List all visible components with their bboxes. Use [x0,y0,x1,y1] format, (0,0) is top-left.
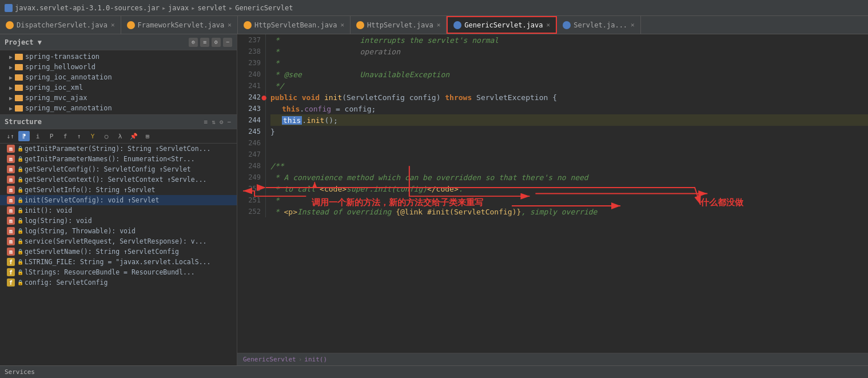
line-num-249: 249 [237,172,265,183]
struct-item-label: config: ServletConfig [25,278,107,287]
struct-item-getServletInfo[interactable]: m 🔒 getServletInfo(): String ↑Servlet [0,185,237,195]
method-badge: m [7,248,15,256]
struct-btn-minimize[interactable]: − [226,118,232,126]
struct-icon-filter[interactable]: i [32,131,43,141]
struct-item-logString[interactable]: m 🔒 log(String): void [0,216,237,226]
tab-dispatcher-servlet[interactable]: DispatcherServlet.java ✕ [0,16,121,34]
field-badge: f [7,278,15,287]
struct-icon-sort-alpha[interactable]: ↓↑ [5,131,16,141]
struct-btn-gear[interactable]: ⚙ [218,118,225,126]
project-btn-minimize[interactable]: − [223,38,232,47]
struct-item-getInitParameter[interactable]: m 🔒 getInitParameter(String): String ↑Se… [0,144,237,154]
project-btn-sort[interactable]: ≡ [200,38,209,47]
struct-item-label: getServletConfig(): ServletConfig ↑Servl… [25,165,191,173]
struct-icon-public[interactable]: P [46,131,57,141]
struct-item-LSTRING_FILE[interactable]: f 🔒 LSTRING_FILE: String = "javax.servle… [0,257,237,267]
struct-icon-circle[interactable]: ○ [101,131,112,141]
struct-icon-yellow[interactable]: Y [87,131,98,141]
code-line-252: * <p>Instead of overriding {@link #init(… [270,206,868,217]
struct-item-config[interactable]: f 🔒 config: ServletConfig [0,277,237,288]
tab-genericservlet[interactable]: GenericServlet.java ✕ [447,16,557,34]
line-num-240: 240 [237,69,265,80]
method-badge: m [7,206,15,214]
tree-item-spring-mvc-ajax[interactable]: ▶ spring_mvc_ajax [0,93,237,103]
line-num-245: 245 [237,126,265,137]
selected-text: this [282,116,302,125]
struct-item-getServletContext[interactable]: m 🔒 getServletContext(): ServletContext … [0,174,237,185]
project-btn-gear[interactable]: ⚙ [212,38,221,47]
tab-httpservletbean[interactable]: HttpServletBean.java ✕ [238,16,351,34]
line-num-244: 244 [237,114,265,126]
path2: servlet [197,4,226,12]
folder-icon [15,64,23,70]
struct-item-service[interactable]: m 🔒 service(ServletRequest, ServletRespo… [0,236,237,246]
tab-label-servlet: Servlet.ja... [574,21,627,29]
code-line-247 [270,149,868,160]
struct-item-getServletName[interactable]: m 🔒 getServletName(): String ↑ServletCon… [0,246,237,257]
line-numbers: 237 238 239 240 241 242 243 244 245 246 … [237,34,266,217]
line-num-250: 250 [237,183,265,194]
struct-item-getServletConfig[interactable]: m 🔒 getServletConfig(): ServletConfig ↑S… [0,164,237,174]
tree-item-spring-mvc-annotation[interactable]: ▶ spring_mvc_annotation [0,103,237,113]
code-line-244: this.init(); [270,114,868,126]
folder-icon [15,105,23,112]
title-bar: javax.servlet-api-3.1.0-sources.jar ▸ ja… [0,0,868,16]
method-badge: m [7,217,15,225]
line-num-237: 237 [237,34,265,46]
field-badge: f [7,268,15,276]
code-content: 237 238 239 240 241 242 243 244 245 246 … [237,34,868,217]
struct-item-lStrings[interactable]: f 🔒 lStrings: ResourceBundle = ResourceB… [0,267,237,277]
line-num-242: 242 [237,91,265,103]
tab-framework-servlet[interactable]: FrameworkServlet.java ✕ [121,16,238,34]
status-bar: Services [0,365,868,378]
structure-icons-row: ↓↑ ⁋ i P f ↑ Y ○ λ 📌 ⊞ [0,129,237,144]
line-num-241: 241 [237,80,265,91]
line-num-239: 239 [237,57,265,69]
code-line-243: this.config = config; [270,103,868,114]
struct-btn-sort[interactable]: ⇅ [210,118,217,126]
struct-item-label: getServletInfo(): String ↑Servlet [25,186,155,194]
tab-servlet[interactable]: Servlet.ja... ✕ [557,16,641,34]
struct-icon-lambda[interactable]: λ [114,131,126,141]
struct-icon-group[interactable]: ⁋ [18,131,30,141]
struct-item-getInitParameterNames[interactable]: m 🔒 getInitParameterNames(): Enumeration… [0,154,237,164]
struct-icon-expand[interactable]: ⊞ [142,131,153,141]
tree-label: spring_mvc_ajax [25,94,87,102]
tab-httpservlet[interactable]: HttpServlet.java ✕ [351,16,447,34]
breadcrumb-class[interactable]: GenericServlet [243,356,296,363]
tree-item-spring-transaction[interactable]: ▶ spring-transaction [0,51,237,62]
line-num-247: 247 [237,149,265,160]
code-line-248: /** [270,160,868,172]
folder-icon [15,74,23,81]
code-line-245: } [270,126,868,137]
struct-btn-align[interactable]: ≡ [203,118,209,126]
code-line-238: * operation [270,46,868,57]
project-tree: ▶ spring-transaction ▶ spring_helloworld… [0,50,237,114]
method-badge: m [7,155,15,163]
tree-label: spring_mvc_annotation [25,104,112,112]
sidebar: Project ▼ ⊕ ≡ ⚙ − ▶ spring-transaction ▶… [0,34,237,365]
project-btn-align[interactable]: ⊕ [189,38,198,47]
struct-icon-pin[interactable]: 📌 [128,131,140,141]
tree-item-spring-helloworld[interactable]: ▶ spring_helloworld [0,62,237,72]
struct-item-logStringThrowable[interactable]: m 🔒 log(String, Throwable): void [0,226,237,236]
line-num-238: 238 [237,46,265,57]
project-title: Project ▼ [5,38,42,46]
struct-item-initServletConfig[interactable]: m 🔒 init(ServletConfig): void ↑Servlet [0,195,237,205]
tree-label: spring_ioc_annotation [25,73,112,81]
tab-label-httpservletbean: HttpServletBean.java [254,21,337,29]
method-badge: m [7,145,15,153]
tab-icon-dispatcher [6,21,14,29]
tree-item-spring-ioc-annotation[interactable]: ▶ spring_ioc_annotation [0,72,237,82]
code-line-251: * [270,194,868,206]
tree-label: spring-transaction [25,53,99,61]
code-line-241: */ [270,80,868,91]
tree-item-spring-ioc-xml[interactable]: ▶ spring_ioc_xml [0,82,237,93]
struct-icon-inherited[interactable]: ↑ [73,131,85,141]
code-area: 237 238 239 240 241 242 243 244 245 246 … [237,34,868,365]
folder-icon [15,54,23,60]
struct-item-init-void[interactable]: m 🔒 init(): void [0,205,237,216]
struct-icon-fields[interactable]: f [59,131,71,141]
breadcrumb-method[interactable]: init() [304,356,327,363]
code-scroll[interactable]: 237 238 239 240 241 242 243 244 245 246 … [237,34,868,353]
